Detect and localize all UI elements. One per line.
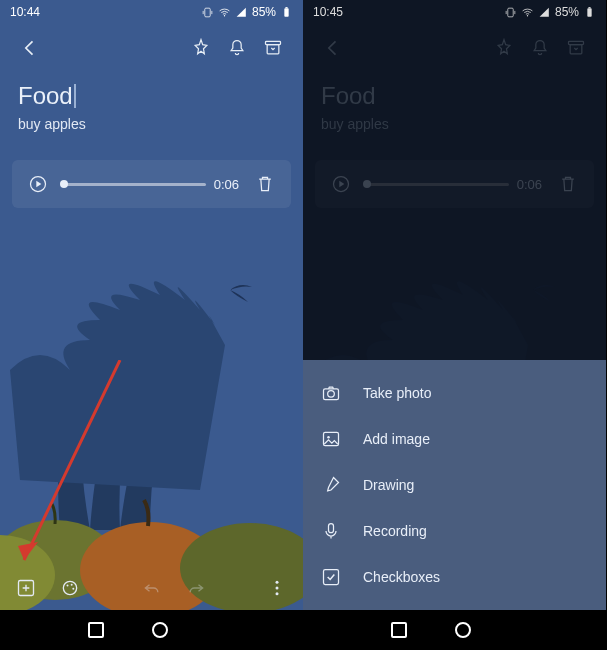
- menu-add-image[interactable]: Add image: [303, 416, 606, 462]
- reminder-button[interactable]: [219, 30, 255, 66]
- nav-bar: [303, 610, 606, 650]
- audio-duration: 0:06: [214, 177, 239, 192]
- palette-button[interactable]: [52, 570, 88, 606]
- annotation-arrow: [10, 360, 130, 580]
- menu-label: Recording: [363, 523, 427, 539]
- note-title-text: Food: [18, 82, 73, 110]
- attach-menu: Take photo Add image Drawing Recording C…: [303, 360, 606, 610]
- more-button[interactable]: [259, 570, 295, 606]
- menu-label: Checkboxes: [363, 569, 440, 585]
- note-toolbar: [0, 24, 303, 72]
- menu-take-photo[interactable]: Take photo: [303, 370, 606, 416]
- battery-icon: [280, 6, 293, 19]
- status-bar: 10:44 85%: [0, 0, 303, 24]
- mic-icon: [321, 521, 341, 541]
- add-attachment-button[interactable]: [8, 570, 44, 606]
- nav-home-button[interactable]: [152, 622, 168, 638]
- menu-label: Add image: [363, 431, 430, 447]
- menu-recording[interactable]: Recording: [303, 508, 606, 554]
- status-battery-pct: 85%: [252, 5, 276, 19]
- screen-right: Food buy apples 0:06 10:45 85% Take phot…: [303, 0, 606, 650]
- brush-icon: [321, 475, 341, 495]
- camera-icon: [321, 383, 341, 403]
- pin-button[interactable]: [183, 30, 219, 66]
- wifi-icon: [218, 6, 231, 19]
- undo-button[interactable]: [134, 570, 170, 606]
- wifi-icon: [521, 6, 534, 19]
- nav-home-button[interactable]: [455, 622, 471, 638]
- status-bar: 10:45 85%: [303, 0, 606, 24]
- back-button[interactable]: [12, 30, 48, 66]
- note-body[interactable]: buy apples: [18, 116, 285, 132]
- checkbox-icon: [321, 567, 341, 587]
- nav-bar: [0, 610, 303, 650]
- status-icons: 85%: [504, 5, 596, 19]
- menu-checkboxes[interactable]: Checkboxes: [303, 554, 606, 600]
- audio-track[interactable]: [64, 183, 206, 186]
- battery-icon: [583, 6, 596, 19]
- status-time: 10:44: [10, 5, 40, 19]
- svg-marker-26: [18, 542, 38, 560]
- image-icon: [321, 429, 341, 449]
- signal-icon: [538, 6, 551, 19]
- text-cursor: [74, 84, 76, 108]
- archive-button[interactable]: [255, 30, 291, 66]
- vibrate-icon: [201, 6, 214, 19]
- edit-bottombar: [0, 566, 303, 610]
- svg-line-25: [24, 360, 120, 560]
- menu-label: Take photo: [363, 385, 432, 401]
- nav-recent-button[interactable]: [88, 622, 104, 638]
- redo-button[interactable]: [178, 570, 214, 606]
- status-battery-pct: 85%: [555, 5, 579, 19]
- vibrate-icon: [504, 6, 517, 19]
- note-content: Food buy apples: [0, 72, 303, 142]
- status-icons: 85%: [201, 5, 293, 19]
- delete-audio-button[interactable]: [247, 166, 283, 202]
- nav-recent-button[interactable]: [391, 622, 407, 638]
- audio-player: 0:06: [12, 160, 291, 208]
- background-illustration: [0, 230, 303, 610]
- status-time: 10:45: [313, 5, 343, 19]
- screen-left: 10:44 85% Food buy apples 0:06: [0, 0, 303, 650]
- note-title[interactable]: Food: [18, 82, 285, 110]
- menu-drawing[interactable]: Drawing: [303, 462, 606, 508]
- menu-label: Drawing: [363, 477, 414, 493]
- signal-icon: [235, 6, 248, 19]
- play-button[interactable]: [20, 166, 56, 202]
